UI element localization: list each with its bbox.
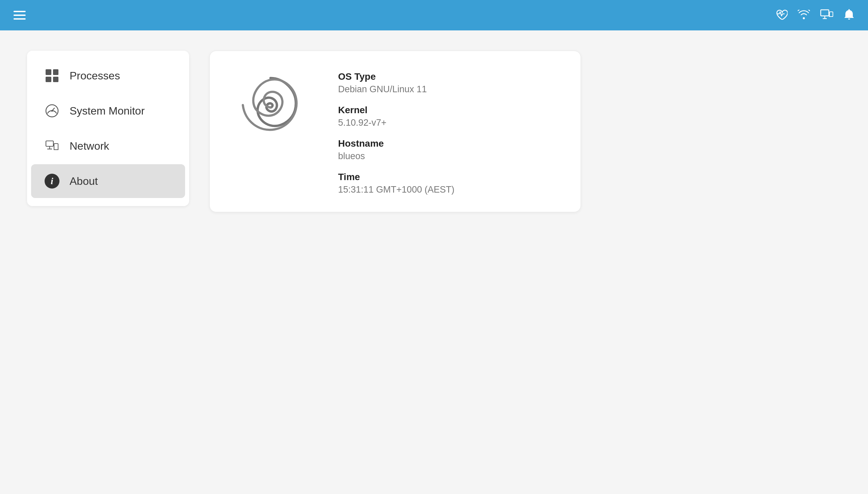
svg-rect-8 — [46, 141, 53, 146]
os-type-value: Debian GNU/Linux 11 — [338, 84, 454, 95]
about-content: OS Type Debian GNU/Linux 11 Kernel 5.10.… — [210, 51, 841, 474]
sidebar-item-processes[interactable]: Processes — [31, 59, 185, 93]
sidebar: Processes System Monitor — [27, 51, 189, 206]
health-icon — [775, 8, 788, 22]
sidebar-item-system-monitor[interactable]: System Monitor — [31, 94, 185, 128]
sidebar-item-about[interactable]: i About — [31, 164, 185, 198]
svg-rect-11 — [54, 144, 58, 150]
os-type-label: OS Type — [338, 71, 454, 82]
sidebar-item-network-label: Network — [70, 140, 109, 152]
topbar — [0, 0, 868, 31]
sidebar-item-processes-label: Processes — [70, 70, 120, 82]
time-row: Time 15:31:11 GMT+1000 (AEST) — [338, 172, 454, 195]
sidebar-item-system-monitor-label: System Monitor — [70, 105, 144, 117]
hostname-row: Hostname blueos — [338, 138, 454, 162]
about-card: OS Type Debian GNU/Linux 11 Kernel 5.10.… — [210, 51, 581, 212]
svg-rect-0 — [821, 10, 829, 16]
display-icon — [820, 9, 833, 22]
network-icon — [44, 138, 59, 153]
sidebar-item-about-label: About — [70, 175, 98, 188]
svg-point-7 — [51, 110, 53, 112]
hamburger-menu-button[interactable] — [14, 11, 26, 20]
kernel-value: 5.10.92-v7+ — [338, 118, 454, 128]
processes-icon — [44, 68, 59, 83]
hostname-label: Hostname — [338, 138, 454, 149]
kernel-row: Kernel 5.10.92-v7+ — [338, 105, 454, 128]
kernel-label: Kernel — [338, 105, 454, 116]
system-monitor-icon — [44, 103, 59, 118]
topbar-right — [775, 8, 854, 22]
hostname-value: blueos — [338, 151, 454, 162]
svg-rect-1 — [829, 12, 833, 17]
os-type-row: OS Type Debian GNU/Linux 11 — [338, 71, 454, 95]
topbar-left — [14, 11, 26, 20]
time-label: Time — [338, 172, 454, 183]
debian-logo — [230, 68, 311, 149]
sidebar-item-network[interactable]: Network — [31, 129, 185, 163]
wifi-icon — [798, 10, 810, 21]
time-value: 15:31:11 GMT+1000 (AEST) — [338, 185, 454, 195]
about-info: OS Type Debian GNU/Linux 11 Kernel 5.10.… — [338, 68, 454, 195]
main-content: Processes System Monitor — [0, 31, 868, 494]
about-icon: i — [44, 174, 59, 189]
notification-icon[interactable] — [844, 8, 854, 22]
